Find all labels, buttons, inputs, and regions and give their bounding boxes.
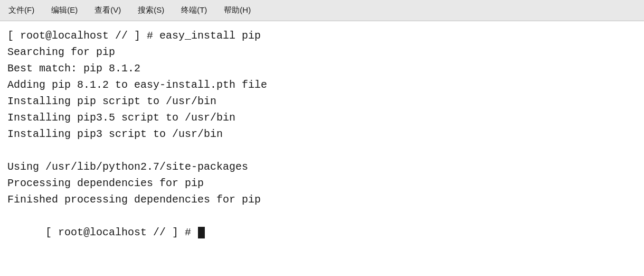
terminal-cursor [198, 227, 205, 238]
menubar: 文件(F) 编辑(E) 查看(V) 搜索(S) 终端(T) 帮助(H) [0, 0, 644, 21]
terminal-window: 文件(F) 编辑(E) 查看(V) 搜索(S) 终端(T) 帮助(H) [ ro… [0, 0, 644, 276]
terminal-empty-line [7, 142, 637, 159]
terminal-line: Finished processing dependencies for pip [7, 191, 637, 208]
terminal-line: [ root@localhost // ] # easy_install pip [7, 27, 637, 44]
menu-edit[interactable]: 编辑(E) [51, 5, 78, 15]
terminal-body[interactable]: [ root@localhost // ] # easy_install pip… [0, 21, 644, 276]
terminal-line: Adding pip 8.1.2 to easy-install.pth fil… [7, 77, 637, 93]
terminal-line: Installing pip script to /usr/bin [7, 93, 637, 109]
terminal-line: Installing pip3 script to /usr/bin [7, 126, 637, 142]
terminal-prompt-line: [ root@localhost // ] # [7, 208, 637, 257]
menu-terminal[interactable]: 终端(T) [181, 5, 207, 15]
terminal-line: Searching for pip [7, 44, 637, 60]
terminal-line: Installing pip3.5 script to /usr/bin [7, 109, 637, 126]
terminal-line: Processing dependencies for pip [7, 175, 637, 191]
terminal-line: Using /usr/lib/python2.7/site-packages [7, 159, 637, 175]
menu-file[interactable]: 文件(F) [8, 5, 34, 15]
menu-help[interactable]: 帮助(H) [224, 5, 251, 15]
terminal-line: Best match: pip 8.1.2 [7, 60, 637, 77]
terminal-prompt: [ root@localhost // ] # [45, 226, 197, 238]
menu-search[interactable]: 搜索(S) [138, 5, 164, 15]
menu-view[interactable]: 查看(V) [94, 5, 121, 15]
